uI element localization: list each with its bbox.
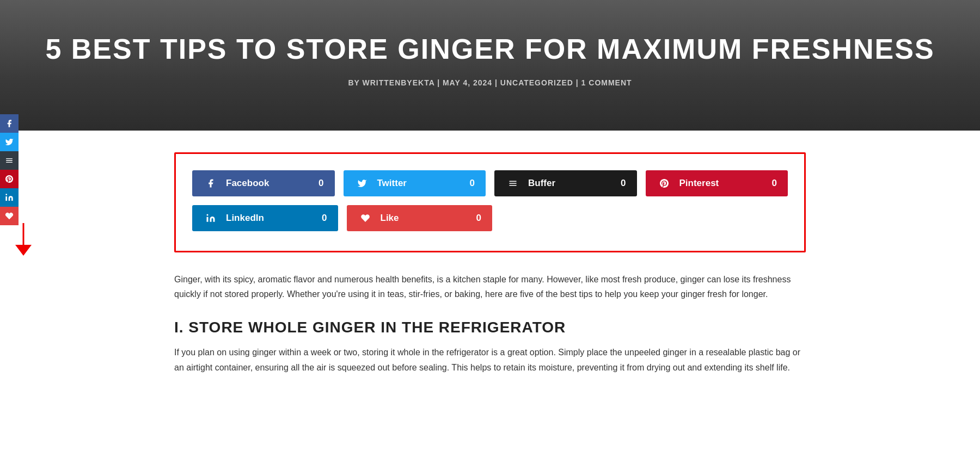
author: BY WRITTENBYEKTA (348, 78, 434, 87)
twitter-label: Twitter (377, 178, 462, 189)
post-meta: BY WRITTENBYEKTA | MAY 4, 2024 | UNCATEG… (11, 78, 969, 87)
svg-rect-2 (6, 162, 13, 163)
section-1-body: If you plan on using ginger within a wee… (174, 345, 806, 374)
buffer-count: 0 (621, 178, 626, 189)
meta-separator-3: | (576, 78, 581, 87)
page-title: 5 Best Tips to Store Ginger for Maximum … (11, 33, 969, 65)
svg-rect-7 (509, 181, 517, 182)
post-comments: 1 COMMENT (581, 78, 632, 87)
svg-rect-1 (6, 158, 13, 159)
pinterest-count: 0 (772, 178, 777, 189)
share-row-2: LinkedIn 0 Like 0 (192, 205, 788, 231)
meta-separator-2: | (495, 78, 500, 87)
svg-marker-5 (15, 245, 32, 256)
sidebar-social-bar (0, 114, 19, 225)
arrow-annotation (10, 223, 37, 258)
buffer-label: Buffer (528, 178, 613, 189)
share-buffer-button[interactable]: Buffer 0 (494, 170, 637, 196)
svg-rect-6 (509, 183, 517, 184)
pinterest-icon (657, 178, 672, 188)
sidebar-like-button[interactable] (0, 207, 19, 225)
buffer-icon (505, 178, 520, 188)
linkedin-count: 0 (322, 213, 327, 224)
section-1-heading: Store Whole Ginger in the Refrigerator (174, 319, 806, 336)
linkedin-icon (203, 213, 218, 223)
share-row-1: Facebook 0 Twitter 0 Buffer 0 (192, 170, 788, 196)
svg-point-3 (5, 194, 7, 195)
sidebar-buffer-button[interactable] (0, 151, 19, 170)
share-like-button[interactable]: Like 0 (347, 205, 493, 231)
svg-rect-0 (6, 160, 13, 160)
meta-separator-1: | (437, 78, 443, 87)
svg-rect-8 (509, 185, 517, 186)
share-linkedin-button[interactable]: LinkedIn 0 (192, 205, 338, 231)
heart-icon (358, 213, 373, 223)
pinterest-label: Pinterest (679, 178, 764, 189)
share-pinterest-button[interactable]: Pinterest 0 (646, 170, 788, 196)
sidebar-twitter-button[interactable] (0, 133, 19, 151)
twitter-count: 0 (470, 178, 475, 189)
post-date: MAY 4, 2024 (443, 78, 492, 87)
like-count: 0 (476, 213, 481, 224)
share-box: Facebook 0 Twitter 0 Buffer 0 (174, 152, 806, 252)
svg-point-9 (207, 214, 209, 216)
hero-section: 5 Best Tips to Store Ginger for Maximum … (0, 0, 980, 131)
linkedin-label: LinkedIn (226, 213, 314, 224)
like-label: Like (381, 213, 469, 224)
twitter-icon (354, 178, 370, 188)
sidebar-pinterest-button[interactable] (0, 170, 19, 188)
share-facebook-button[interactable]: Facebook 0 (192, 170, 335, 196)
share-twitter-button[interactable]: Twitter 0 (344, 170, 486, 196)
facebook-icon (203, 178, 218, 188)
facebook-label: Facebook (226, 178, 311, 189)
main-content: Facebook 0 Twitter 0 Buffer 0 (109, 131, 871, 397)
facebook-count: 0 (318, 178, 323, 189)
post-category: UNCATEGORIZED (500, 78, 573, 87)
article-intro: Ginger, with its spicy, aromatic flavor … (174, 272, 806, 301)
sidebar-facebook-button[interactable] (0, 114, 19, 133)
sidebar-linkedin-button[interactable] (0, 188, 19, 207)
